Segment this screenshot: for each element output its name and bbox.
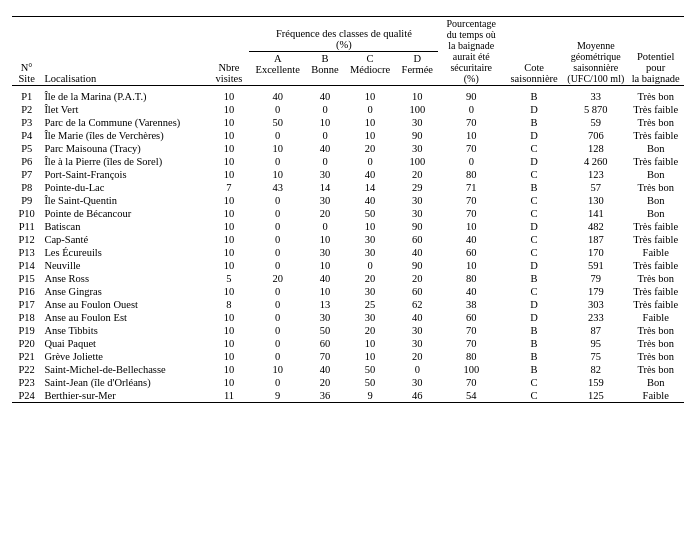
cell-pct: 80 — [438, 350, 504, 363]
cell-moy: 187 — [564, 233, 627, 246]
cell-d: 30 — [396, 116, 438, 129]
cell-pot: Bon — [627, 376, 684, 389]
cell-b: 13 — [306, 298, 344, 311]
table-row: P4 Île Marie (îles de Verchères) 10 0 0 … — [12, 129, 684, 142]
cell-moy: 179 — [564, 285, 627, 298]
table-row: P13 Les Écureuils 10 0 30 30 40 60 C 170… — [12, 246, 684, 259]
cell-moy: 4 260 — [564, 155, 627, 168]
cell-cote: C — [504, 246, 564, 259]
cell-id: P14 — [12, 259, 41, 272]
cell-pct: 54 — [438, 389, 504, 403]
cell-b: 10 — [306, 259, 344, 272]
cell-pct: 70 — [438, 116, 504, 129]
cell-pct: 10 — [438, 129, 504, 142]
cell-cote: C — [504, 376, 564, 389]
cell-d: 100 — [396, 103, 438, 116]
cell-pct: 38 — [438, 298, 504, 311]
cell-c: 20 — [344, 142, 396, 155]
cell-id: P24 — [12, 389, 41, 403]
cell-pot: Faible — [627, 246, 684, 259]
cell-pot: Bon — [627, 207, 684, 220]
cell-visites: 10 — [209, 376, 250, 389]
table-row: P20 Quai Paquet 10 0 60 10 30 70 B 95 Tr… — [12, 337, 684, 350]
cell-loc: Parc Maisouna (Tracy) — [41, 142, 208, 155]
table-row: P14 Neuville 10 0 10 0 90 10 D 591 Très … — [12, 259, 684, 272]
cell-b: 10 — [306, 285, 344, 298]
cell-cote: D — [504, 259, 564, 272]
cell-id: P21 — [12, 350, 41, 363]
cell-loc: Anse Ross — [41, 272, 208, 285]
cell-b: 40 — [306, 90, 344, 103]
cell-c: 10 — [344, 116, 396, 129]
cell-cote: C — [504, 142, 564, 155]
cell-pct: 40 — [438, 233, 504, 246]
cell-a: 10 — [249, 142, 306, 155]
cell-pct: 10 — [438, 259, 504, 272]
cell-cote: B — [504, 181, 564, 194]
cell-moy: 59 — [564, 116, 627, 129]
cell-b: 30 — [306, 246, 344, 259]
cell-visites: 10 — [209, 337, 250, 350]
cell-pot: Très bon — [627, 337, 684, 350]
table-row: P5 Parc Maisouna (Tracy) 10 10 40 20 30 … — [12, 142, 684, 155]
cell-c: 30 — [344, 246, 396, 259]
cell-b: 10 — [306, 116, 344, 129]
cell-b: 14 — [306, 181, 344, 194]
cell-c: 10 — [344, 90, 396, 103]
header-freq-b: BBonne — [306, 51, 344, 86]
cell-pot: Très faible — [627, 129, 684, 142]
cell-loc: Anse Gingras — [41, 285, 208, 298]
cell-pot: Très faible — [627, 103, 684, 116]
cell-pot: Très bon — [627, 116, 684, 129]
table-row: P22 Saint-Michel-de-Bellechasse 10 10 40… — [12, 363, 684, 376]
cell-id: P5 — [12, 142, 41, 155]
cell-a: 0 — [249, 129, 306, 142]
cell-pct: 90 — [438, 90, 504, 103]
cell-d: 10 — [396, 90, 438, 103]
cell-pot: Bon — [627, 194, 684, 207]
cell-loc: Cap-Santé — [41, 233, 208, 246]
cell-visites: 10 — [209, 207, 250, 220]
cell-c: 50 — [344, 376, 396, 389]
cell-loc: Neuville — [41, 259, 208, 272]
cell-c: 10 — [344, 129, 396, 142]
cell-cote: C — [504, 233, 564, 246]
cell-moy: 75 — [564, 350, 627, 363]
cell-pot: Très bon — [627, 363, 684, 376]
cell-loc: Île à la Pierre (îles de Sorel) — [41, 155, 208, 168]
table-row: P15 Anse Ross 5 20 40 20 20 80 B 79 Très… — [12, 272, 684, 285]
cell-a: 0 — [249, 207, 306, 220]
cell-pct: 60 — [438, 311, 504, 324]
cell-c: 0 — [344, 155, 396, 168]
table-row: P10 Pointe de Bécancour 10 0 20 50 30 70… — [12, 207, 684, 220]
cell-loc: Pointe-du-Lac — [41, 181, 208, 194]
cell-c: 40 — [344, 168, 396, 181]
cell-moy: 170 — [564, 246, 627, 259]
cell-visites: 10 — [209, 129, 250, 142]
cell-d: 20 — [396, 272, 438, 285]
cell-id: P20 — [12, 337, 41, 350]
cell-pct: 10 — [438, 220, 504, 233]
cell-a: 0 — [249, 298, 306, 311]
cell-a: 0 — [249, 311, 306, 324]
cell-pct: 0 — [438, 103, 504, 116]
cell-d: 90 — [396, 259, 438, 272]
cell-id: P22 — [12, 363, 41, 376]
cell-a: 10 — [249, 168, 306, 181]
cell-cote: D — [504, 311, 564, 324]
cell-pot: Très bon — [627, 272, 684, 285]
cell-a: 0 — [249, 324, 306, 337]
cell-pot: Très bon — [627, 181, 684, 194]
cell-pct: 70 — [438, 337, 504, 350]
cell-b: 70 — [306, 350, 344, 363]
cell-pot: Très bon — [627, 350, 684, 363]
cell-pot: Très bon — [627, 90, 684, 103]
cell-moy: 141 — [564, 207, 627, 220]
table-row: P2 Îlet Vert 10 0 0 0 100 0 D 5 870 Très… — [12, 103, 684, 116]
cell-b: 30 — [306, 194, 344, 207]
cell-c: 10 — [344, 337, 396, 350]
cell-pot: Très faible — [627, 220, 684, 233]
cell-a: 0 — [249, 259, 306, 272]
cell-loc: Anse au Foulon Est — [41, 311, 208, 324]
cell-moy: 233 — [564, 311, 627, 324]
